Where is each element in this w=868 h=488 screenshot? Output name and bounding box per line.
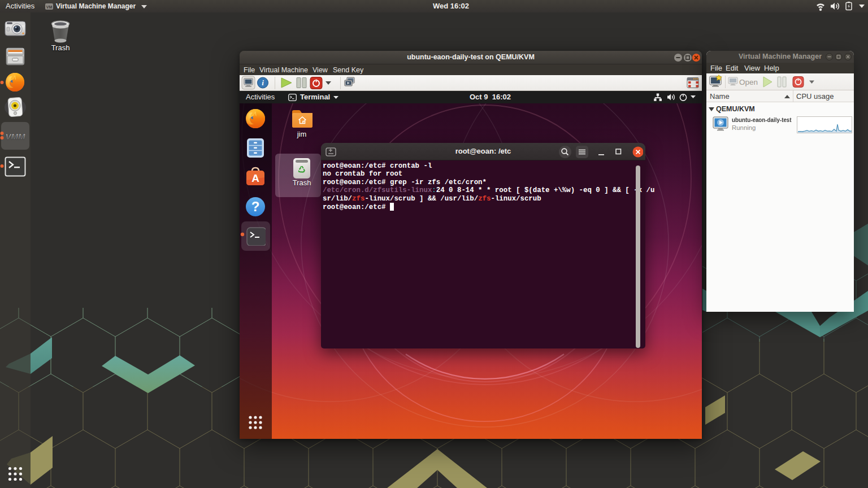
svg-text:i: i	[262, 79, 264, 87]
svg-text:Open: Open	[739, 78, 758, 86]
svg-text:A: A	[251, 172, 259, 184]
svg-text:VM: VM	[46, 5, 53, 9]
svg-text:VMM: VMM	[6, 132, 26, 141]
svg-text:?: ?	[251, 199, 260, 214]
